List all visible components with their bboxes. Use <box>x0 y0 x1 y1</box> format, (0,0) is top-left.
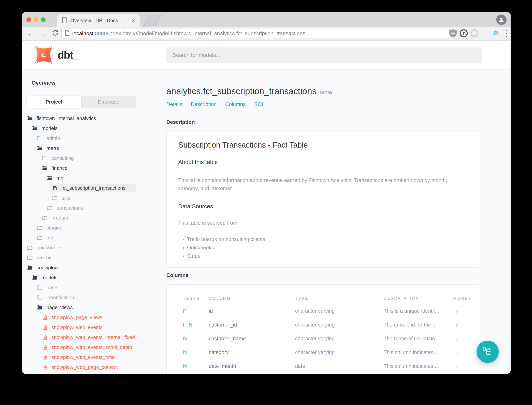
opera-extension-icon[interactable] <box>469 28 479 38</box>
onepassword-extension-icon[interactable] <box>459 28 469 38</box>
search-input[interactable] <box>166 47 482 63</box>
dbt-logo[interactable]: dbt _ <box>33 45 79 65</box>
tree-item[interactable]: base <box>22 283 166 292</box>
tree-item-label: utils <box>61 195 70 201</box>
table-row[interactable]: P id character varying This is a unique … <box>183 304 480 318</box>
new-tab-button[interactable] <box>143 15 161 27</box>
tree-item[interactable]: consulting <box>22 153 166 163</box>
column-name-cell: date_month <box>209 363 295 369</box>
tree-item[interactable]: finance <box>22 163 166 173</box>
columns-table-header: TESTS COLUMN TYPE DESCRIPTION MORE? <box>183 296 480 301</box>
tree-item-label: models <box>41 275 58 281</box>
tree-item[interactable]: snowplow_web_events <box>22 322 166 332</box>
model-nav-link[interactable]: Columns <box>225 101 246 108</box>
model-name: analytics.fct_subscription_transactions <box>166 86 316 96</box>
sources-heading: Data Sources <box>178 203 468 210</box>
tree-item[interactable]: redshift <box>22 253 166 263</box>
tree-item[interactable]: models <box>22 273 166 283</box>
tree-item[interactable]: product <box>22 213 166 223</box>
tree-item[interactable]: util <box>22 233 166 243</box>
folder-icon <box>42 155 48 161</box>
tree-item-label: snowplow_web_page_context <box>52 364 118 370</box>
svg-text:uo: uo <box>451 32 455 35</box>
tree-item-label: base <box>46 285 57 290</box>
tree-item[interactable]: marts <box>22 143 166 153</box>
browser-profile-avatar[interactable] <box>496 14 506 25</box>
tab-close-icon[interactable]: × <box>131 17 135 24</box>
snowflake-extension-icon[interactable]: ❄ <box>491 28 501 38</box>
folder-open-icon <box>32 126 38 131</box>
tree-item[interactable]: models <box>22 123 166 133</box>
expand-row-chevron-icon[interactable]: › <box>453 363 480 370</box>
tree-item[interactable]: snowplow_web_events_scroll_depth <box>22 342 166 352</box>
column-name-cell: id <box>209 308 295 314</box>
doc-title: Subscription Transactions - Fact Table <box>178 140 468 149</box>
tree-item[interactable]: identification <box>22 292 166 302</box>
tree-item[interactable]: snowplow_page_views <box>22 312 166 322</box>
tree-item[interactable]: mrr <box>22 173 166 183</box>
model-nav-link[interactable]: Details <box>166 101 182 108</box>
tree-item[interactable]: transactions <box>22 203 166 213</box>
type-cell: character varying <box>295 322 384 328</box>
tree-item[interactable]: snowplow <box>22 263 166 273</box>
main-panel: analytics.fct_subscription_transactionst… <box>166 69 511 374</box>
tree-item[interactable]: snowplow_web_page_context <box>22 362 166 372</box>
browser-tab[interactable]: Overview - DBT Docs × <box>57 14 140 27</box>
tree-item-label: snowplow_web_events_time <box>52 354 115 360</box>
expand-row-chevron-icon[interactable]: › <box>453 349 480 356</box>
content-area: Overview Project Database <box>22 69 511 374</box>
folder-icon <box>52 196 58 200</box>
tree-item[interactable]: quickbooks <box>22 243 166 253</box>
tab-title: Overview - DBT Docs <box>70 18 128 24</box>
folder-icon <box>42 215 48 220</box>
tree-item[interactable]: fct_subscription_transactions <box>22 183 166 193</box>
column-header: TYPE <box>295 296 384 301</box>
model-nav: Details Description Columns SQL <box>166 101 480 108</box>
tab-project[interactable]: Project <box>27 96 81 108</box>
table-row[interactable]: N customer_name character varying The na… <box>183 332 480 345</box>
tree-item[interactable]: snowplow_web_events_internal_fixed <box>22 332 166 342</box>
url-bar[interactable]: localhost:8080/index.html#!/model/model.… <box>61 29 449 38</box>
type-cell: character varying <box>295 350 384 355</box>
lineage-graph-button[interactable] <box>477 341 499 363</box>
tree-item[interactable]: fishtown_internal_analytics <box>22 113 166 123</box>
tree-item[interactable]: page_views <box>22 302 166 312</box>
tree-item[interactable]: admin <box>22 133 166 143</box>
table-row[interactable]: N date_month date This column indicates … <box>183 359 480 373</box>
type-cell: date <box>295 363 384 369</box>
model-nav-link[interactable]: Description <box>191 101 217 108</box>
table-row[interactable]: N category character varying This column… <box>183 345 480 359</box>
close-window-button[interactable] <box>26 17 31 22</box>
url-path: :8080/index.html#!/model/model.fishtown_… <box>93 30 305 36</box>
model-file-outline-icon <box>42 364 48 370</box>
folder-open-icon <box>37 146 43 151</box>
source-item: Stripe <box>187 252 468 260</box>
expand-row-chevron-icon[interactable]: › <box>453 307 480 315</box>
dag-icon <box>482 346 493 357</box>
tree-item[interactable]: staging <box>22 223 166 233</box>
expand-row-chevron-icon[interactable]: › <box>453 321 480 329</box>
dbt-logo-icon <box>33 45 54 65</box>
zoom-window-button[interactable] <box>41 17 46 22</box>
table-row[interactable]: F N customer_id character varying The un… <box>183 318 480 332</box>
ublock-extension-icon[interactable]: uo <box>448 28 458 38</box>
expand-row-chevron-icon[interactable]: › <box>453 335 480 342</box>
tree-item-label: snowplow_web_events_internal_fixed <box>52 334 135 340</box>
tree-item-label: quickbooks <box>37 245 61 251</box>
minimize-window-button[interactable] <box>34 17 38 22</box>
column-name-cell: customer_id <box>209 322 295 328</box>
description-cell: This column indicates ... <box>384 350 453 355</box>
tree-item[interactable]: utils <box>22 193 166 203</box>
tests-cell: P <box>183 308 209 314</box>
column-header: DESCRIPTION <box>384 296 453 301</box>
tab-database[interactable]: Database <box>81 96 136 108</box>
model-nav-link[interactable]: SQL <box>254 101 264 108</box>
forward-button[interactable]: → <box>39 30 47 37</box>
browser-menu-icon[interactable] <box>501 28 511 38</box>
tree-item-label: product <box>52 215 68 221</box>
sidebar-title: Overview <box>32 80 166 86</box>
back-button[interactable]: ← <box>27 30 35 37</box>
tree-item[interactable]: snowplow_web_events_time <box>22 352 166 362</box>
reload-button[interactable] <box>52 29 59 38</box>
tests-cell: F N <box>183 322 209 328</box>
